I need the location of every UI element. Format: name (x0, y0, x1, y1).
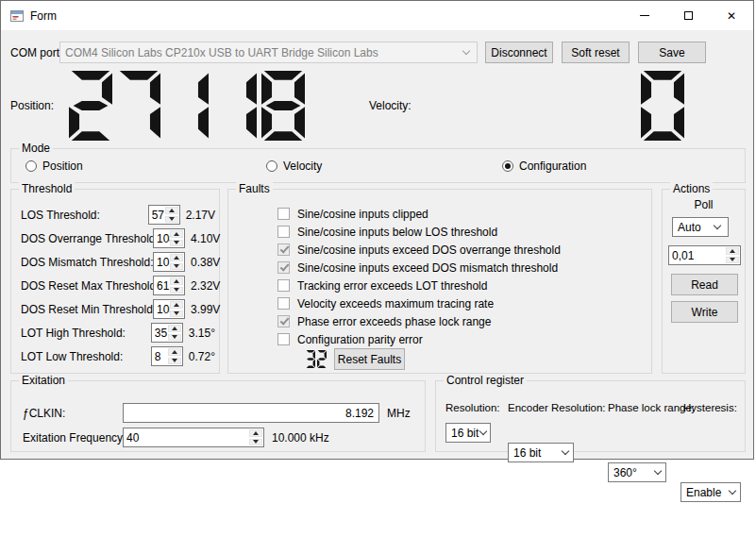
control-register-group-label: Control register (444, 374, 527, 387)
fault-checkbox[interactable] (277, 297, 290, 310)
fault-checkbox[interactable] (277, 261, 290, 274)
threshold-converted-value: 0.38V (191, 256, 220, 269)
excitation-frequency-value: 40 (124, 428, 249, 446)
fault-label: Tracking error exceeds LOT threshold (297, 279, 487, 293)
spin-up-icon[interactable] (168, 348, 181, 356)
spin-down-icon[interactable] (170, 240, 183, 247)
threshold-spinner[interactable]: 8 (151, 346, 183, 366)
threshold-row-label: LOT High Threshold: (21, 327, 151, 340)
spin-down-icon[interactable] (170, 310, 183, 318)
spin-down-icon[interactable] (170, 263, 183, 271)
fault-checkbox[interactable] (277, 279, 290, 292)
spinner-buttons (168, 347, 182, 365)
form-app-icon (9, 8, 25, 24)
phase-lock-range-select[interactable]: 360° (608, 462, 666, 482)
spin-up-icon[interactable] (170, 301, 183, 309)
fault-checkbox[interactable] (277, 208, 290, 220)
spin-down-icon[interactable] (249, 439, 262, 446)
spinner-buttons (165, 206, 179, 224)
threshold-spinner[interactable]: 61 (153, 276, 185, 295)
fault-checkbox[interactable] (277, 315, 290, 327)
close-button[interactable]: ✕ (710, 1, 753, 30)
faults-list: Sine/cosine inputs clipped Sine/cosine i… (277, 205, 642, 348)
spin-down-icon[interactable] (726, 257, 739, 264)
faults-group-label: Faults (236, 182, 273, 195)
fclkin-input[interactable]: 8.192 (123, 403, 379, 423)
spin-up-icon[interactable] (249, 429, 262, 437)
excitation-frequency-spinner[interactable]: 40 (123, 428, 264, 447)
threshold-row: DOS Overrange Threshold: 108 4.10V (21, 228, 215, 248)
com-port-select[interactable]: COM4 Silicon Labs CP210x USB to UART Bri… (59, 42, 478, 63)
soft-reset-button[interactable]: Soft reset (562, 42, 630, 63)
disconnect-button[interactable]: Disconnect (485, 42, 553, 63)
fault-row[interactable]: Sine/cosine inputs clipped (277, 205, 642, 223)
threshold-row: DOS Reset Max Threshold: 61 2.32V (21, 276, 215, 295)
excitation-group-label: Exitation (19, 374, 68, 387)
radio-icon (25, 160, 37, 172)
titlebar: Form ✕ (1, 1, 753, 30)
threshold-converted-value: 0.72° (189, 350, 215, 363)
threshold-spinner[interactable]: 57 (148, 205, 180, 225)
faults-group: Faults Sine/cosine inputs clipped Sine/c… (227, 189, 652, 374)
spin-up-icon[interactable] (170, 277, 183, 285)
spinner-buttons (170, 300, 184, 318)
spin-up-icon[interactable] (170, 254, 183, 261)
poll-interval-spinner[interactable]: 0,01 (668, 245, 741, 265)
excitation-group: Exitation ƒCLKIN: 8.192 MHz Exitation Fr… (10, 380, 426, 452)
threshold-spinner[interactable]: 108 (153, 228, 185, 248)
fault-checkbox[interactable] (277, 226, 290, 238)
window-title: Form (30, 9, 57, 23)
fault-checkbox[interactable] (277, 333, 290, 345)
excitation-frequency-label: Exitation Frequency: (23, 431, 126, 445)
fault-row[interactable]: Sine/cosine inputs exceed DOS overrange … (277, 241, 642, 259)
spinner-buttons (726, 246, 740, 264)
save-button[interactable]: Save (638, 42, 706, 63)
actions-group: Actions Poll Auto 0,01 Read Write (662, 189, 746, 374)
spin-up-icon[interactable] (165, 207, 178, 214)
com-port-value: COM4 Silicon Labs CP210x USB to UART Bri… (60, 46, 477, 59)
spin-down-icon[interactable] (168, 358, 181, 365)
spin-up-icon[interactable] (168, 325, 181, 332)
spin-up-icon[interactable] (170, 230, 183, 238)
spin-down-icon[interactable] (168, 334, 181, 342)
spin-up-icon[interactable] (726, 247, 739, 255)
mode-radio-configuration[interactable]: Configuration (502, 159, 586, 173)
hysteresis-select[interactable]: Enable (680, 482, 741, 502)
threshold-spinner-value: 61 (154, 277, 170, 294)
reset-faults-button[interactable]: Reset Faults (334, 348, 405, 370)
threshold-group: Threshold LOS Threshold: 57 (10, 189, 220, 374)
encoder-resolution-select[interactable]: 16 bit (508, 443, 574, 462)
resolution-select[interactable]: 16 bit (445, 423, 491, 443)
minimize-button[interactable] (623, 1, 666, 30)
threshold-spinner-value: 57 (149, 206, 165, 224)
write-button[interactable]: Write (671, 301, 738, 323)
fault-checkbox[interactable] (277, 243, 290, 256)
fault-row[interactable]: Configuration parity error (277, 330, 642, 348)
fault-row[interactable]: Velocity exceeds maximum tracing rate (277, 294, 642, 312)
fault-row[interactable]: Sine/cosine inputs exceed DOS mismatch t… (277, 259, 642, 277)
fault-label: Velocity exceeds maximum tracing rate (297, 297, 494, 310)
threshold-spinner-value: 8 (152, 347, 168, 365)
maximize-button[interactable] (666, 1, 710, 30)
read-button[interactable]: Read (671, 274, 738, 295)
spinner-buttons (170, 253, 184, 271)
fault-row[interactable]: Sine/cosine inputs below LOS threshold (277, 223, 642, 241)
mode-radio-velocity[interactable]: Velocity (266, 159, 322, 173)
threshold-row-label: LOS Threshold: (21, 209, 148, 222)
fault-row[interactable]: Phase error exceeds phase lock range (277, 312, 642, 330)
fault-row[interactable]: Tracking error exceeds LOT threshold (277, 277, 642, 294)
threshold-row-label: LOT Low Threshold: (21, 350, 151, 363)
threshold-row: LOT Low Threshold: 8 0.72° (21, 346, 215, 366)
faults-count-display (306, 350, 328, 368)
spin-down-icon[interactable] (170, 287, 183, 294)
threshold-spinner[interactable]: 35 (151, 323, 183, 343)
threshold-row-label: DOS Overrange Threshold: (21, 232, 153, 245)
poll-mode-select[interactable]: Auto (672, 217, 729, 237)
mode-radio-position[interactable]: Position (25, 159, 83, 173)
threshold-spinner[interactable]: 10 (153, 252, 185, 272)
spin-down-icon[interactable] (165, 216, 178, 224)
threshold-spinner[interactable]: 105 (153, 299, 185, 319)
actions-group-label: Actions (670, 182, 713, 195)
threshold-row-label: DOS Reset Min Threshold: (21, 303, 153, 316)
spinner-buttons (170, 229, 184, 247)
